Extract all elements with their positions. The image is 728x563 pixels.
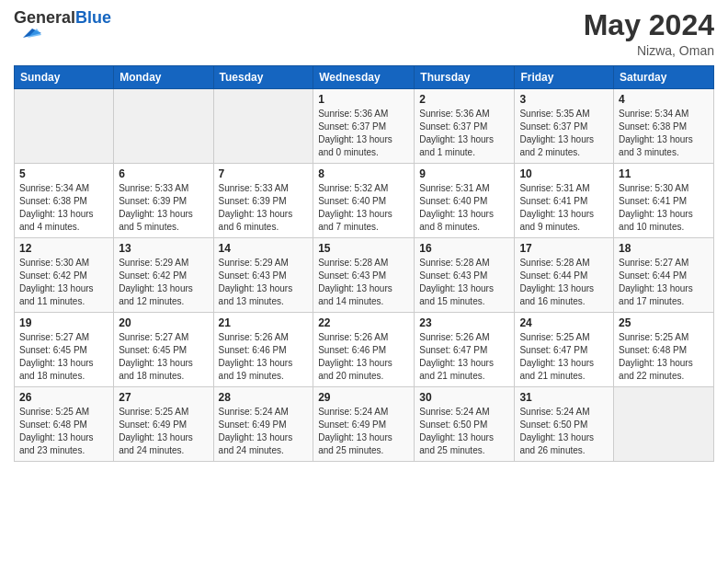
day-number: 31 bbox=[519, 391, 609, 404]
day-number: 16 bbox=[419, 242, 509, 255]
location-subtitle: Nizwa, Oman bbox=[584, 43, 714, 58]
day-number: 2 bbox=[419, 93, 509, 106]
calendar-cell: 26Sunrise: 5:25 AMSunset: 6:48 PMDayligh… bbox=[15, 387, 114, 462]
day-number: 23 bbox=[419, 316, 509, 329]
calendar-cell: 27Sunrise: 5:25 AMSunset: 6:49 PMDayligh… bbox=[114, 387, 213, 462]
day-info: Sunrise: 5:28 AMSunset: 6:44 PMDaylight:… bbox=[519, 257, 609, 308]
calendar-cell: 14Sunrise: 5:29 AMSunset: 6:43 PMDayligh… bbox=[213, 238, 313, 313]
day-info: Sunrise: 5:29 AMSunset: 6:43 PMDaylight:… bbox=[219, 257, 309, 308]
day-info: Sunrise: 5:27 AMSunset: 6:45 PMDaylight:… bbox=[19, 331, 108, 383]
calendar-cell: 21Sunrise: 5:26 AMSunset: 6:46 PMDayligh… bbox=[213, 313, 313, 387]
calendar-cell: 24Sunrise: 5:25 AMSunset: 6:47 PMDayligh… bbox=[515, 313, 614, 387]
calendar-cell: 2Sunrise: 5:36 AMSunset: 6:37 PMDaylight… bbox=[415, 89, 515, 164]
day-info: Sunrise: 5:31 AMSunset: 6:40 PMDaylight:… bbox=[419, 182, 509, 234]
day-info: Sunrise: 5:36 AMSunset: 6:37 PMDaylight:… bbox=[318, 108, 409, 159]
col-monday: Monday bbox=[114, 66, 213, 89]
calendar-cell: 22Sunrise: 5:26 AMSunset: 6:46 PMDayligh… bbox=[313, 313, 415, 387]
calendar-cell: 29Sunrise: 5:24 AMSunset: 6:49 PMDayligh… bbox=[313, 387, 415, 462]
calendar-cell: 28Sunrise: 5:24 AMSunset: 6:49 PMDayligh… bbox=[213, 387, 313, 462]
day-info: Sunrise: 5:26 AMSunset: 6:46 PMDaylight:… bbox=[219, 331, 309, 383]
calendar-week-row-4: 19Sunrise: 5:27 AMSunset: 6:45 PMDayligh… bbox=[15, 313, 714, 387]
day-info: Sunrise: 5:36 AMSunset: 6:37 PMDaylight:… bbox=[419, 108, 509, 159]
calendar-cell: 8Sunrise: 5:32 AMSunset: 6:40 PMDaylight… bbox=[313, 164, 415, 238]
day-info: Sunrise: 5:25 AMSunset: 6:48 PMDaylight:… bbox=[619, 331, 709, 383]
calendar-cell: 18Sunrise: 5:27 AMSunset: 6:44 PMDayligh… bbox=[614, 238, 714, 313]
day-number: 11 bbox=[619, 167, 709, 180]
day-info: Sunrise: 5:26 AMSunset: 6:46 PMDaylight:… bbox=[318, 331, 409, 383]
day-info: Sunrise: 5:32 AMSunset: 6:40 PMDaylight:… bbox=[318, 182, 409, 234]
day-number: 20 bbox=[119, 316, 208, 329]
col-saturday: Saturday bbox=[614, 66, 714, 89]
calendar-cell: 31Sunrise: 5:24 AMSunset: 6:50 PMDayligh… bbox=[515, 387, 614, 462]
calendar-week-row-1: 1Sunrise: 5:36 AMSunset: 6:37 PMDaylight… bbox=[15, 89, 714, 164]
day-info: Sunrise: 5:35 AMSunset: 6:37 PMDaylight:… bbox=[519, 108, 609, 159]
day-number: 26 bbox=[19, 391, 108, 404]
day-number: 6 bbox=[119, 167, 208, 180]
day-number: 15 bbox=[318, 242, 409, 255]
day-info: Sunrise: 5:33 AMSunset: 6:39 PMDaylight:… bbox=[219, 182, 309, 234]
day-number: 17 bbox=[519, 242, 609, 255]
day-number: 24 bbox=[519, 316, 609, 329]
day-number: 29 bbox=[318, 391, 409, 404]
day-info: Sunrise: 5:34 AMSunset: 6:38 PMDaylight:… bbox=[19, 182, 108, 234]
day-number: 30 bbox=[419, 391, 509, 404]
day-info: Sunrise: 5:34 AMSunset: 6:38 PMDaylight:… bbox=[619, 108, 709, 159]
day-info: Sunrise: 5:33 AMSunset: 6:39 PMDaylight:… bbox=[119, 182, 208, 234]
day-number: 27 bbox=[119, 391, 208, 404]
day-number: 19 bbox=[19, 316, 108, 329]
day-info: Sunrise: 5:25 AMSunset: 6:48 PMDaylight:… bbox=[19, 406, 108, 457]
day-number: 10 bbox=[519, 167, 609, 180]
calendar-cell: 4Sunrise: 5:34 AMSunset: 6:38 PMDaylight… bbox=[614, 89, 714, 164]
day-number: 4 bbox=[619, 93, 709, 106]
col-sunday: Sunday bbox=[15, 66, 114, 89]
calendar-cell: 23Sunrise: 5:26 AMSunset: 6:47 PMDayligh… bbox=[415, 313, 515, 387]
calendar-week-row-2: 5Sunrise: 5:34 AMSunset: 6:38 PMDaylight… bbox=[15, 164, 714, 238]
month-title: May 2024 bbox=[584, 9, 714, 41]
day-number: 3 bbox=[519, 93, 609, 106]
day-info: Sunrise: 5:24 AMSunset: 6:49 PMDaylight:… bbox=[318, 406, 409, 457]
calendar-cell bbox=[15, 89, 114, 164]
calendar-cell: 13Sunrise: 5:29 AMSunset: 6:42 PMDayligh… bbox=[114, 238, 213, 313]
day-number: 9 bbox=[419, 167, 509, 180]
day-number: 18 bbox=[619, 242, 709, 255]
day-number: 25 bbox=[619, 316, 709, 329]
col-thursday: Thursday bbox=[415, 66, 515, 89]
day-info: Sunrise: 5:24 AMSunset: 6:50 PMDaylight:… bbox=[419, 406, 509, 457]
title-area: May 2024 Nizwa, Oman bbox=[584, 9, 714, 58]
header: GeneralBlue May 2024 Nizwa, Oman bbox=[14, 9, 714, 58]
calendar-cell: 12Sunrise: 5:30 AMSunset: 6:42 PMDayligh… bbox=[15, 238, 114, 313]
calendar-cell bbox=[614, 387, 714, 462]
day-number: 5 bbox=[19, 167, 108, 180]
day-info: Sunrise: 5:30 AMSunset: 6:42 PMDaylight:… bbox=[19, 257, 108, 308]
day-number: 13 bbox=[119, 242, 208, 255]
calendar-cell: 20Sunrise: 5:27 AMSunset: 6:45 PMDayligh… bbox=[114, 313, 213, 387]
day-info: Sunrise: 5:29 AMSunset: 6:42 PMDaylight:… bbox=[119, 257, 208, 308]
calendar-cell: 6Sunrise: 5:33 AMSunset: 6:39 PMDaylight… bbox=[114, 164, 213, 238]
day-info: Sunrise: 5:27 AMSunset: 6:44 PMDaylight:… bbox=[619, 257, 709, 308]
day-number: 22 bbox=[318, 316, 409, 329]
day-number: 28 bbox=[219, 391, 309, 404]
page: GeneralBlue May 2024 Nizwa, Oman Sunday … bbox=[0, 0, 728, 563]
day-info: Sunrise: 5:26 AMSunset: 6:47 PMDaylight:… bbox=[419, 331, 509, 383]
day-info: Sunrise: 5:25 AMSunset: 6:49 PMDaylight:… bbox=[119, 406, 208, 457]
day-number: 14 bbox=[219, 242, 309, 255]
calendar-cell: 5Sunrise: 5:34 AMSunset: 6:38 PMDaylight… bbox=[15, 164, 114, 238]
logo: GeneralBlue bbox=[14, 9, 111, 42]
logo-text: GeneralBlue bbox=[14, 9, 111, 42]
calendar-cell: 9Sunrise: 5:31 AMSunset: 6:40 PMDaylight… bbox=[415, 164, 515, 238]
day-info: Sunrise: 5:27 AMSunset: 6:45 PMDaylight:… bbox=[119, 331, 208, 383]
day-info: Sunrise: 5:31 AMSunset: 6:41 PMDaylight:… bbox=[519, 182, 609, 234]
day-info: Sunrise: 5:24 AMSunset: 6:50 PMDaylight:… bbox=[519, 406, 609, 457]
calendar-table: Sunday Monday Tuesday Wednesday Thursday… bbox=[14, 65, 714, 462]
col-wednesday: Wednesday bbox=[313, 66, 415, 89]
calendar-week-row-3: 12Sunrise: 5:30 AMSunset: 6:42 PMDayligh… bbox=[15, 238, 714, 313]
calendar-cell: 30Sunrise: 5:24 AMSunset: 6:50 PMDayligh… bbox=[415, 387, 515, 462]
day-info: Sunrise: 5:25 AMSunset: 6:47 PMDaylight:… bbox=[519, 331, 609, 383]
calendar-cell: 1Sunrise: 5:36 AMSunset: 6:37 PMDaylight… bbox=[313, 89, 415, 164]
calendar-cell: 17Sunrise: 5:28 AMSunset: 6:44 PMDayligh… bbox=[515, 238, 614, 313]
day-number: 8 bbox=[318, 167, 409, 180]
calendar-cell: 10Sunrise: 5:31 AMSunset: 6:41 PMDayligh… bbox=[515, 164, 614, 238]
calendar-cell: 15Sunrise: 5:28 AMSunset: 6:43 PMDayligh… bbox=[313, 238, 415, 313]
calendar-cell bbox=[114, 89, 213, 164]
col-tuesday: Tuesday bbox=[213, 66, 313, 89]
